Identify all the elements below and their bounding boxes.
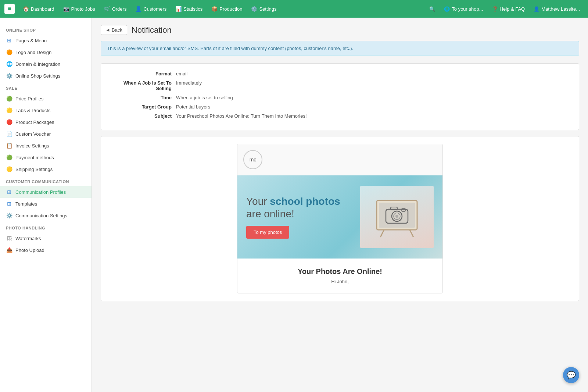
voucher-icon: 📄 bbox=[6, 131, 12, 137]
svg-point-7 bbox=[395, 215, 398, 218]
email-content-title: Your Photos Are Online! bbox=[246, 267, 434, 276]
orders-icon: 🛒 bbox=[104, 6, 110, 12]
dashboard-icon: 🏠 bbox=[23, 6, 29, 12]
comm-icon: ⊞ bbox=[6, 189, 12, 195]
nav-user[interactable]: 👤 Matthew Lassite... bbox=[530, 4, 584, 14]
chat-bubble-button[interactable]: 💬 bbox=[563, 367, 579, 383]
detail-row-selling: When A Job Is Set To Selling Immediately bbox=[110, 80, 570, 91]
nav-statistics-label: Statistics bbox=[183, 6, 202, 12]
nav-user-label: Matthew Lassite... bbox=[541, 6, 580, 12]
nav-photo-jobs-label: Photo Jobs bbox=[71, 6, 95, 12]
detail-row-target: Target Group Potential buyers bbox=[110, 104, 570, 110]
user-icon: 👤 bbox=[534, 6, 539, 12]
logo-icon: 🟠 bbox=[6, 49, 12, 56]
headline-strong: school photos bbox=[270, 196, 340, 207]
customers-icon: 👤 bbox=[135, 6, 141, 12]
email-preview-inner: mc Your school photos are online! To my … bbox=[101, 136, 579, 301]
email-preview-card: mc Your school photos are online! To my … bbox=[101, 136, 579, 301]
nav-photo-jobs[interactable]: 📷 Photo Jobs bbox=[60, 4, 99, 14]
nav-orders[interactable]: 🛒 Orders bbox=[100, 4, 130, 14]
sidebar-item-price-profiles[interactable]: 🟢 Price Profiles bbox=[0, 93, 92, 104]
sidebar-item-shipping-settings[interactable]: 🟡 Shipping Settings bbox=[0, 163, 92, 175]
svg-line-8 bbox=[380, 230, 384, 237]
nav-search[interactable]: 🔍 bbox=[426, 4, 439, 14]
sidebar-section-photo-handling: Photo Handling bbox=[0, 221, 92, 232]
email-banner: Your school photos are online! To my pho… bbox=[237, 175, 442, 259]
email-banner-headline: Your school photos are online! bbox=[246, 195, 360, 220]
pages-icon: ⊞ bbox=[6, 37, 12, 44]
email-content-greeting: Hi John, bbox=[246, 279, 434, 284]
sidebar-item-comm-settings-label: Communication Settings bbox=[15, 213, 67, 218]
detail-row-subject: Subject Your Preschool Photos Are Online… bbox=[110, 113, 570, 119]
main-content: ◄ Back Notification This is a preview of… bbox=[92, 18, 588, 392]
sidebar-item-logo-design[interactable]: 🟠 Logo and Design bbox=[0, 46, 92, 58]
sidebar-item-invoice-label: Invoice Settings bbox=[15, 143, 49, 149]
detail-label-format: Format bbox=[110, 71, 176, 76]
email-banner-text: Your school photos are online! To my pho… bbox=[246, 195, 360, 239]
detail-row-format: Format email bbox=[110, 71, 570, 76]
sidebar-item-logo-label: Logo and Design bbox=[15, 50, 51, 55]
sidebar-item-templates[interactable]: ⊞ Templates bbox=[0, 198, 92, 210]
templates-icon: ⊞ bbox=[6, 200, 12, 207]
svg-line-9 bbox=[410, 230, 413, 237]
sidebar-item-payment-methods[interactable]: 🟢 Payment methods bbox=[0, 152, 92, 163]
email-logo-text: mc bbox=[250, 157, 257, 163]
email-cta-label: To my photos bbox=[254, 229, 282, 235]
sidebar-item-comm-settings[interactable]: ⚙️ Communication Settings bbox=[0, 210, 92, 221]
email-banner-image bbox=[360, 186, 434, 248]
nav-dashboard[interactable]: 🏠 Dashboard bbox=[19, 4, 58, 14]
sidebar-item-shop-settings[interactable]: ⚙️ Online Shop Settings bbox=[0, 70, 92, 82]
sidebar-item-templates-label: Templates bbox=[15, 201, 37, 207]
detail-label-target: Target Group bbox=[110, 104, 176, 110]
production-icon: 📦 bbox=[211, 6, 218, 12]
sidebar-item-domain[interactable]: 🌐 Domain & Integration bbox=[0, 58, 92, 70]
to-shop-icon: 🌐 bbox=[444, 6, 450, 12]
sidebar-item-shop-settings-label: Online Shop Settings bbox=[15, 73, 60, 79]
sidebar-item-labs-products[interactable]: 🟡 Labs & Products bbox=[0, 104, 92, 116]
detail-value-selling: Immediately bbox=[176, 80, 202, 91]
nav-dashboard-label: Dashboard bbox=[31, 6, 54, 12]
nav-settings[interactable]: ⚙️ Settings bbox=[247, 4, 280, 14]
sidebar-section-comm: Customer Communication bbox=[0, 175, 92, 186]
notification-details-card: Format email When A Job Is Set To Sellin… bbox=[101, 63, 579, 130]
shop-settings-icon: ⚙️ bbox=[6, 72, 12, 79]
help-icon: ❓ bbox=[492, 6, 498, 12]
photo-jobs-icon: 📷 bbox=[63, 6, 69, 12]
nav-customers[interactable]: 👤 Customers bbox=[132, 4, 170, 14]
detail-value-target: Potential buyers bbox=[176, 104, 210, 110]
back-button[interactable]: ◄ Back bbox=[101, 25, 127, 35]
sidebar-item-product-packages[interactable]: 🔴 Product Packages bbox=[0, 116, 92, 128]
sidebar-item-voucher-label: Custom Voucher bbox=[15, 131, 51, 137]
main-layout: Online Shop ⊞ Pages & Menu 🟠 Logo and De… bbox=[0, 18, 588, 392]
sidebar-item-custom-voucher[interactable]: 📄 Custom Voucher bbox=[0, 128, 92, 140]
email-cta-button[interactable]: To my photos bbox=[246, 226, 289, 239]
sidebar-section-online-shop: Online Shop bbox=[0, 24, 92, 35]
packages-icon: 🔴 bbox=[6, 119, 12, 125]
sidebar: Online Shop ⊞ Pages & Menu 🟠 Logo and De… bbox=[0, 18, 92, 392]
sidebar-item-watermarks-label: Watermarks bbox=[15, 236, 41, 241]
sidebar-item-domain-label: Domain & Integration bbox=[15, 61, 60, 67]
watermarks-icon: 🖼 bbox=[6, 235, 12, 242]
sidebar-item-comm-profiles[interactable]: ⊞ Communication Profiles bbox=[0, 186, 92, 198]
sidebar-item-price-label: Price Profiles bbox=[15, 96, 44, 101]
sidebar-item-watermarks[interactable]: 🖼 Watermarks bbox=[0, 232, 92, 244]
nav-production[interactable]: 📦 Production bbox=[208, 4, 246, 14]
nav-to-shop[interactable]: 🌐 To your shop... bbox=[440, 4, 487, 14]
page-header: ◄ Back Notification bbox=[101, 25, 579, 35]
app-logo[interactable]: ■ bbox=[4, 4, 15, 14]
detail-label-selling: When A Job Is Set To Selling bbox=[110, 80, 176, 91]
payment-icon: 🟢 bbox=[6, 154, 12, 161]
email-content-area: Your Photos Are Online! Hi John, bbox=[237, 259, 442, 293]
sidebar-item-pages-menu[interactable]: ⊞ Pages & Menu bbox=[0, 35, 92, 46]
detail-label-time: Time bbox=[110, 95, 176, 100]
nav-statistics[interactable]: 📊 Statistics bbox=[172, 4, 206, 14]
detail-value-format: email bbox=[176, 71, 187, 76]
sidebar-section-sale: Sale bbox=[0, 82, 92, 93]
nav-help-faq[interactable]: ❓ Help & FAQ bbox=[488, 4, 529, 14]
sidebar-item-photo-upload[interactable]: 📤 Photo Upload bbox=[0, 244, 92, 256]
detail-value-time: When a job is set to selling bbox=[176, 95, 233, 100]
sidebar-item-photo-upload-label: Photo Upload bbox=[15, 247, 44, 253]
sidebar-item-invoice-settings[interactable]: 📋 Invoice Settings bbox=[0, 140, 92, 152]
nav-to-shop-label: To your shop... bbox=[452, 6, 483, 12]
detail-row-time: Time When a job is set to selling bbox=[110, 95, 570, 100]
